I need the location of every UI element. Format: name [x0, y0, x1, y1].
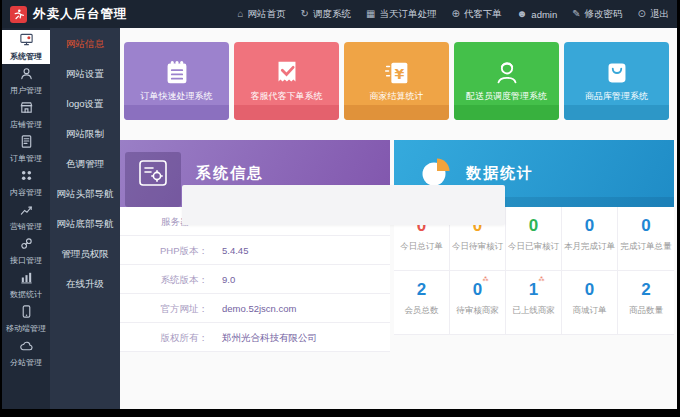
user-icon: ☻ — [517, 9, 528, 19]
document-icon — [19, 134, 34, 151]
top-header: 外卖人后台管理 ⌂网站首页 ↻调度系统 ▦当天订单处理 ⊕代客下单 ☻admin… — [2, 0, 677, 28]
info-row-copyright: 版权所有：郑州光合科技有限公司 — [120, 323, 390, 352]
stats-grid: 0今日总订单 0今日待审核订 0今日已审核订 0本月完成订单 0完成订单总量 2… — [394, 207, 674, 335]
sidebar-item-branches[interactable]: 分站管理 — [2, 336, 50, 370]
panel-title: 系统信息 — [196, 164, 264, 183]
tile-footer — [564, 105, 669, 120]
proxy-order-icon: ⊕ — [451, 9, 459, 19]
sidebar-item-statistics[interactable]: 数据统计 — [2, 268, 50, 302]
app-logo-icon — [10, 6, 27, 23]
sidebar-item-users[interactable]: 用户管理 — [2, 64, 50, 98]
sidebar-item-api[interactable]: 接口管理 — [2, 234, 50, 268]
shopping-bag-icon — [564, 42, 669, 89]
main-menu: 系统管理 用户管理 店铺管理 订单管理 内容管理 营销管理 接口管理 数据统计 — [2, 28, 50, 409]
stat-total-members: 2会员总数 — [394, 271, 450, 335]
dispatch-icon: ↻ — [301, 9, 309, 19]
grid-dots-icon — [19, 168, 34, 185]
top-nav: ⌂网站首页 ↻调度系统 ▦当天订单处理 ⊕代客下单 ☻admin ✎修改密码 ⊙… — [238, 8, 669, 21]
submenu-item-site-info[interactable]: 网站信息 — [50, 29, 120, 59]
submenu-item-online-upgrade[interactable]: 在线升级 — [50, 269, 120, 299]
stat-today-reviewed: 0今日已审核订 — [506, 207, 562, 271]
tile-courier-dispatch[interactable]: 配送员调度管理系统 — [454, 42, 559, 120]
stat-mall-orders: 0商城订单 — [562, 271, 618, 335]
submenu-item-footer-nav[interactable]: 网站底部导航 — [50, 209, 120, 239]
nav-change-password[interactable]: ✎修改密码 — [572, 8, 622, 21]
tile-order-quick-processing[interactable]: 订单快速处理系统 — [124, 42, 229, 120]
info-row-php-version: PHP版本：5.4.45 — [120, 236, 390, 265]
info-row-system-version: 系统版本：9.0 — [120, 265, 390, 294]
system-info-icon — [138, 159, 168, 191]
submenu-item-admin-rights[interactable]: 管理员权限 — [50, 239, 120, 269]
nav-admin-account[interactable]: ☻admin — [517, 9, 557, 20]
new-badge-icon: ⁂ — [483, 275, 489, 282]
storefront-icon — [19, 100, 34, 117]
admin-app: 外卖人后台管理 ⌂网站首页 ↻调度系统 ▦当天订单处理 ⊕代客下单 ☻admin… — [2, 0, 677, 409]
tile-footer — [234, 105, 339, 120]
tile-footer — [344, 105, 449, 120]
nav-logout[interactable]: ⊙退出 — [638, 8, 669, 21]
link-chain-icon — [19, 236, 34, 253]
nav-site-home[interactable]: ⌂网站首页 — [238, 8, 286, 21]
mobile-phone-icon — [19, 304, 34, 321]
nav-dispatch-system[interactable]: ↻调度系统 — [301, 8, 351, 21]
tile-label: 商家结算统计 — [344, 89, 449, 103]
tile-footer — [124, 105, 229, 120]
system-info-table: 服务器IP： PHP版本：5.4.45 系统版本：9.0 官方网址：demo.5… — [120, 207, 390, 352]
bar-chart-icon — [19, 270, 34, 287]
tile-label: 订单快速处理系统 — [124, 89, 229, 103]
submenu-item-site-limits[interactable]: 网站限制 — [50, 119, 120, 149]
data-stats-panel: 数据统计 0今日总订单 0今日待审核订 0今日已审核订 0本月完成订单 0完成订… — [394, 140, 674, 335]
nav-today-orders[interactable]: ▦当天订单处理 — [366, 8, 436, 21]
panel-title: 数据统计 — [466, 164, 534, 183]
nav-proxy-order[interactable]: ⊕代客下单 — [451, 8, 501, 21]
stat-total-products: 2商品数量 — [618, 271, 674, 335]
money-yuan-icon: ¥ — [344, 42, 449, 89]
home-icon: ⌂ — [238, 9, 244, 19]
edit-password-icon: ✎ — [572, 9, 580, 19]
tile-proxy-order-system[interactable]: 客服代客下单系统 — [234, 42, 339, 120]
tile-product-library[interactable]: 商品库管理系统 — [564, 42, 669, 120]
submenu-item-site-settings[interactable]: 网站设置 — [50, 59, 120, 89]
submenu-item-logo-settings[interactable]: logo设置 — [50, 89, 120, 119]
brand: 外卖人后台管理 — [10, 6, 128, 23]
sidebar-item-mobile[interactable]: 移动端管理 — [2, 302, 50, 336]
tile-footer — [454, 105, 559, 120]
tile-merchant-settlement[interactable]: ¥ 商家结算统计 — [344, 42, 449, 120]
app-title: 外卖人后台管理 — [33, 6, 128, 23]
sidebar-item-content[interactable]: 内容管理 — [2, 166, 50, 200]
receipt-check-icon — [234, 42, 339, 89]
tile-label: 商品库管理系统 — [564, 89, 669, 103]
tile-label: 客服代客下单系统 — [234, 89, 339, 103]
svg-text:¥: ¥ — [394, 66, 404, 82]
redaction-overlay — [182, 185, 505, 225]
system-info-panel: 系统信息 服务器IP： PHP版本：5.4.45 系统版本：9.0 官方网址：d… — [120, 140, 390, 352]
screenshot-frame: 外卖人后台管理 ⌂网站首页 ↻调度系统 ▦当天订单处理 ⊕代客下单 ☻admin… — [0, 0, 680, 417]
monitor-gear-icon — [19, 32, 34, 49]
sidebar-item-shops[interactable]: 店铺管理 — [2, 98, 50, 132]
new-badge-icon: ⁂ — [539, 275, 545, 282]
tile-label: 配送员调度管理系统 — [454, 89, 559, 103]
stat-total-completed: 0完成订单总量 — [618, 207, 674, 271]
logout-icon: ⊙ — [638, 9, 646, 19]
stat-month-completed: 0本月完成订单 — [562, 207, 618, 271]
person-icon — [19, 66, 34, 83]
info-row-official-site: 官方网址：demo.52jscn.com — [120, 294, 390, 323]
trend-chart-icon — [19, 202, 34, 219]
sub-menu: 网站信息 网站设置 logo设置 网站限制 色调管理 网站头部导航 网站底部导航… — [50, 28, 120, 409]
courier-icon — [454, 42, 559, 89]
sidebar-item-orders[interactable]: 订单管理 — [2, 132, 50, 166]
sidebar-item-marketing[interactable]: 营销管理 — [2, 200, 50, 234]
submenu-item-theme[interactable]: 色调管理 — [50, 149, 120, 179]
submenu-item-header-nav[interactable]: 网站头部导航 — [50, 179, 120, 209]
stat-pending-merchants: ⁂0待审核商家 — [450, 271, 506, 335]
notepad-icon — [124, 42, 229, 89]
cloud-icon — [19, 338, 34, 355]
stat-online-merchants: ⁂1已上线商家 — [506, 271, 562, 335]
today-orders-icon: ▦ — [366, 9, 375, 19]
sidebar-item-system[interactable]: 系统管理 — [2, 30, 50, 64]
